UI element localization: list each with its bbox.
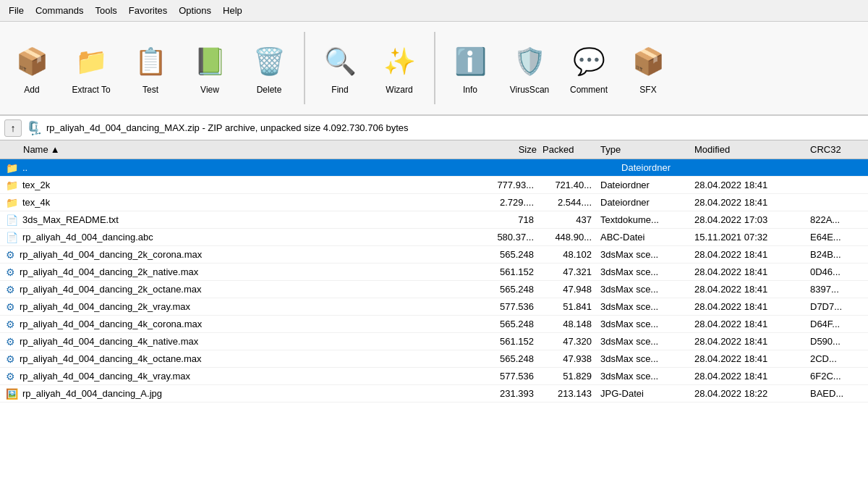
file-icon: 📁 xyxy=(6,197,18,209)
toolbar-virusscan-button[interactable]: 🛡️VirusScan xyxy=(501,25,558,111)
menubar: FileCommandsToolsFavoritesOptionsHelp xyxy=(0,0,868,22)
file-modified-cell: 28.04.2022 18:41 xyxy=(692,249,807,260)
table-row[interactable]: ⚙rp_aliyah_4d_004_dancing_4k_octane.max5… xyxy=(0,350,868,368)
file-modified-cell: 28.04.2022 18:41 xyxy=(692,180,807,190)
toolbar-test-button[interactable]: 📋Test xyxy=(122,25,179,111)
toolbar-extract-button[interactable]: 📁Extract To xyxy=(62,25,120,111)
table-row[interactable]: ⚙rp_aliyah_4d_004_dancing_4k_native.max5… xyxy=(0,333,868,350)
toolbar-info-button[interactable]: ℹ️Info xyxy=(441,25,499,111)
view-icon: 📗 xyxy=(190,41,230,82)
file-type-cell: Textdokume... xyxy=(597,214,692,225)
file-size-cell: 718 xyxy=(475,214,540,225)
file-packed-cell: 48.102 xyxy=(540,249,597,260)
file-type-cell: ABC-Datei xyxy=(597,232,692,243)
file-name-text: tex_2k xyxy=(22,180,50,190)
file-name-cell: 📁.. xyxy=(3,162,475,174)
file-name-text: rp_aliyah_4d_004_dancing_2k_corona.max xyxy=(20,249,202,260)
col-packed[interactable]: Packed xyxy=(540,144,597,155)
table-row[interactable]: ⚙rp_aliyah_4d_004_dancing_4k_corona.max5… xyxy=(0,316,868,333)
file-size-cell: 561.152 xyxy=(475,336,540,347)
file-type-cell: 3dsMax sce... xyxy=(597,266,692,277)
menu-item-favorites[interactable]: Favorites xyxy=(123,2,173,19)
menu-item-tools[interactable]: Tools xyxy=(89,2,122,19)
nav-up-button[interactable]: ↑ xyxy=(4,119,22,137)
file-crc-cell: 6F2C... xyxy=(807,371,865,382)
toolbar-delete-button[interactable]: 🗑️Delete xyxy=(240,25,298,111)
menu-item-help[interactable]: Help xyxy=(217,2,248,19)
table-row[interactable]: 📄3ds_Max_README.txt718437Textdokume...28… xyxy=(0,211,868,229)
file-size-cell: 565.248 xyxy=(475,284,540,295)
table-row[interactable]: 📄rp_aliyah_4d_004_dancing.abc580.37...44… xyxy=(0,229,868,246)
menu-item-options[interactable]: Options xyxy=(173,2,217,19)
file-name-text: 3ds_Max_README.txt xyxy=(22,214,119,225)
table-row[interactable]: ⚙rp_aliyah_4d_004_dancing_2k_vray.max577… xyxy=(0,298,868,316)
table-row[interactable]: 🖼️rp_aliyah_4d_004_dancing_A.jpg231.3932… xyxy=(0,385,868,403)
table-row[interactable]: ⚙rp_aliyah_4d_004_dancing_2k_corona.max5… xyxy=(0,246,868,264)
file-type-cell: 3dsMax sce... xyxy=(597,336,692,347)
file-type-cell: 3dsMax sce... xyxy=(597,301,692,312)
col-crc[interactable]: CRC32 xyxy=(807,144,865,155)
file-name-cell: ⚙rp_aliyah_4d_004_dancing_4k_corona.max xyxy=(3,319,475,330)
file-packed-cell: 2.544.... xyxy=(540,197,597,208)
table-row[interactable]: 📁tex_4k2.729....2.544....Dateiordner28.0… xyxy=(0,194,868,211)
col-size[interactable]: Size xyxy=(475,144,540,155)
menu-item-commands[interactable]: Commands xyxy=(30,2,89,19)
file-name-cell: ⚙rp_aliyah_4d_004_dancing_2k_native.max xyxy=(3,266,475,278)
file-modified-cell: 28.04.2022 18:41 xyxy=(692,301,807,312)
file-size-cell: 580.37... xyxy=(475,232,540,243)
table-row[interactable]: ⚙rp_aliyah_4d_004_dancing_4k_vray.max577… xyxy=(0,368,868,385)
toolbar-wizard-button[interactable]: ✨Wizard xyxy=(370,25,428,111)
toolbar: 📦Add📁Extract To📋Test📗View🗑️Delete🔍Find✨W… xyxy=(0,22,868,116)
table-row[interactable]: 📁tex_2k777.93...721.40...Dateiordner28.0… xyxy=(0,177,868,194)
file-packed-cell: 47.320 xyxy=(540,336,597,347)
file-modified-cell: 28.04.2022 17:03 xyxy=(692,214,807,225)
file-icon: 📄 xyxy=(6,214,18,226)
table-row[interactable]: 📁..Dateiordner xyxy=(0,159,868,177)
file-crc-cell: 822A... xyxy=(807,214,865,225)
file-name-text: rp_aliyah_4d_004_dancing_4k_octane.max xyxy=(20,353,202,364)
file-type-cell: 3dsMax sce... xyxy=(597,284,692,295)
col-modified[interactable]: Modified xyxy=(692,144,807,155)
file-type-cell: Dateiordner xyxy=(597,197,692,208)
file-crc-cell: D64F... xyxy=(807,319,865,329)
column-headers: Name ▲ Size Packed Type Modified CRC32 xyxy=(0,140,868,159)
file-size-cell: 565.248 xyxy=(475,353,540,364)
toolbar-add-button[interactable]: 📦Add xyxy=(3,25,61,111)
file-name-cell: ⚙rp_aliyah_4d_004_dancing_2k_corona.max xyxy=(3,249,475,261)
toolbar-comment-button[interactable]: 💬Comment xyxy=(560,25,618,111)
file-icon: ⚙ xyxy=(6,301,15,313)
file-packed-cell: 437 xyxy=(540,214,597,225)
col-name[interactable]: Name ▲ xyxy=(3,144,475,155)
file-size-cell: 577.536 xyxy=(475,371,540,382)
toolbar-sfx-button[interactable]: 📦SFX xyxy=(619,25,677,111)
wizard-label: Wizard xyxy=(386,85,412,95)
file-modified-cell: 28.04.2022 18:41 xyxy=(692,284,807,295)
file-size-cell: 577.536 xyxy=(475,301,540,312)
file-name-text: tex_4k xyxy=(22,197,50,208)
file-icon: ⚙ xyxy=(6,249,15,261)
file-icon: 📁 xyxy=(6,162,18,174)
file-packed-cell: 213.143 xyxy=(540,388,597,399)
file-size-cell: 231.393 xyxy=(475,388,540,399)
file-size-cell: 777.93... xyxy=(475,180,540,190)
file-type-cell: Dateiordner xyxy=(597,162,692,173)
file-icon: ⚙ xyxy=(6,266,15,278)
table-row[interactable]: ⚙rp_aliyah_4d_004_dancing_2k_octane.max5… xyxy=(0,281,868,298)
file-name-cell: ⚙rp_aliyah_4d_004_dancing_2k_vray.max xyxy=(3,301,475,313)
menu-item-file[interactable]: File xyxy=(3,2,30,19)
info-icon: ℹ️ xyxy=(450,41,490,82)
wizard-icon: ✨ xyxy=(379,41,420,82)
file-name-cell: 📄rp_aliyah_4d_004_dancing.abc xyxy=(3,232,475,243)
table-row[interactable]: ⚙rp_aliyah_4d_004_dancing_2k_native.max5… xyxy=(0,264,868,281)
col-type[interactable]: Type xyxy=(597,144,692,155)
toolbar-find-button[interactable]: 🔍Find xyxy=(311,25,369,111)
file-name-text: rp_aliyah_4d_004_dancing_4k_native.max xyxy=(20,336,198,347)
add-icon: 📦 xyxy=(12,41,52,82)
toolbar-view-button[interactable]: 📗View xyxy=(181,25,239,111)
virusscan-label: VirusScan xyxy=(510,85,549,95)
comment-label: Comment xyxy=(570,85,608,95)
file-icon: ⚙ xyxy=(6,319,15,330)
file-name-text: rp_aliyah_4d_004_dancing_2k_vray.max xyxy=(20,301,190,312)
file-modified-cell: 28.04.2022 18:41 xyxy=(692,353,807,364)
view-label: View xyxy=(200,85,219,95)
